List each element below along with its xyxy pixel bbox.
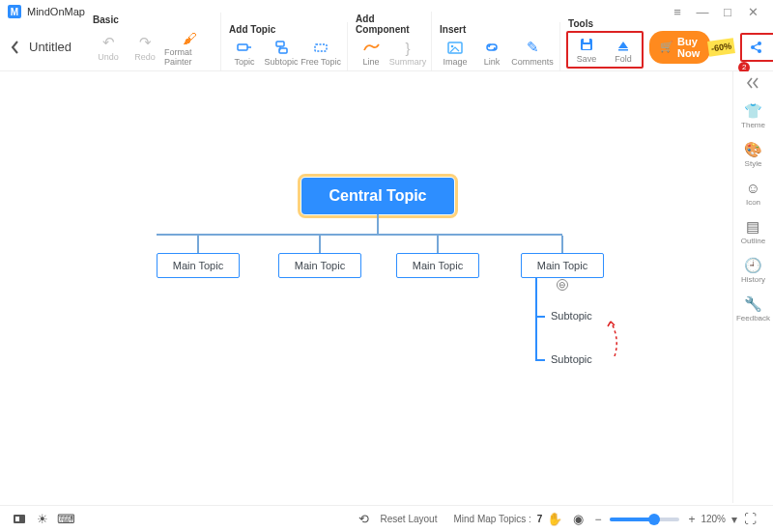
- brightness-button[interactable]: ☀: [33, 511, 52, 528]
- save-icon: [580, 36, 593, 53]
- minimize-button[interactable]: —: [690, 2, 715, 21]
- connector: [197, 236, 199, 253]
- presentation-button[interactable]: [10, 511, 29, 528]
- connector: [319, 236, 321, 253]
- app-name: MindOnMap: [27, 6, 85, 17]
- svg-rect-8: [583, 44, 590, 49]
- zoom-value: 120%: [701, 514, 726, 524]
- subtopic-button[interactable]: Subtopic: [264, 37, 299, 69]
- format-painter-button[interactable]: 🖌 Format Painter: [164, 27, 215, 69]
- free-topic-button[interactable]: Free Topic: [301, 37, 341, 69]
- sidebar-history[interactable]: 🕘 History: [741, 257, 765, 284]
- redo-icon: ↷: [139, 34, 152, 51]
- connector: [535, 316, 545, 318]
- central-topic-node[interactable]: Central Topic: [301, 178, 454, 214]
- svg-point-5: [451, 45, 454, 48]
- redo-button: ↷ Redo: [128, 32, 162, 64]
- link-icon: [484, 39, 500, 56]
- right-sidebar: 👕 Theme 🎨 Style ☺ Icon ▤ Outline 🕘 Histo…: [732, 71, 773, 503]
- discount-badge: -60%: [707, 38, 735, 57]
- connector: [437, 236, 439, 253]
- topic-icon: [237, 39, 252, 56]
- connector: [377, 214, 379, 234]
- zoom-slider[interactable]: [610, 518, 679, 521]
- zoom-knob[interactable]: [648, 514, 660, 525]
- undo-button: ↶ Undo: [91, 32, 126, 64]
- zoom-dropdown[interactable]: ▾: [729, 513, 740, 526]
- theme-icon: 👕: [744, 102, 762, 120]
- share-icon: [749, 41, 762, 54]
- zoom-out-button[interactable]: −: [591, 513, 604, 526]
- sidebar-style[interactable]: 🎨 Style: [744, 141, 762, 168]
- connector: [561, 236, 563, 253]
- connector: [535, 278, 537, 361]
- menu-icon[interactable]: ≡: [665, 2, 690, 21]
- history-icon: 🕘: [744, 257, 762, 274]
- save-button[interactable]: Save: [569, 34, 604, 66]
- group-tools-label: Tools: [566, 18, 644, 29]
- subtopic-icon: [273, 39, 289, 56]
- fold-icon: [616, 36, 630, 53]
- subtopic-node[interactable]: Subtopic: [551, 353, 592, 365]
- svg-rect-0: [238, 44, 247, 50]
- comments-button[interactable]: ✎ Comments: [511, 37, 554, 69]
- zoom-in-button[interactable]: +: [685, 513, 698, 526]
- svg-rect-15: [15, 517, 19, 521]
- annotation-arrow: [603, 318, 620, 356]
- topic-button[interactable]: Topic: [227, 37, 262, 69]
- style-icon: 🎨: [744, 141, 762, 158]
- connector: [535, 359, 545, 361]
- status-bar: ☀ ⌨ ⟲ Reset Layout Mind Map Topics : 7 ✋…: [0, 505, 773, 532]
- image-button[interactable]: Image: [438, 37, 472, 69]
- outline-icon: ▤: [746, 218, 759, 236]
- pan-button[interactable]: ✋: [545, 511, 564, 528]
- back-button[interactable]: [10, 40, 21, 55]
- line-button[interactable]: Line: [354, 37, 388, 69]
- buy-now-button[interactable]: 🛒 Buy Now: [649, 31, 710, 64]
- svg-rect-7: [584, 39, 589, 42]
- line-icon: [362, 39, 380, 56]
- topics-label: Mind Map Topics :: [453, 514, 530, 524]
- sidebar-icon[interactable]: ☺ Icon: [746, 180, 760, 207]
- reset-layout-button[interactable]: ⟲: [354, 511, 373, 528]
- maximize-button[interactable]: □: [715, 2, 740, 21]
- comments-icon: ✎: [527, 39, 539, 56]
- fullscreen-button[interactable]: ⛶: [740, 511, 759, 528]
- fold-button[interactable]: Fold: [606, 34, 641, 66]
- cart-icon: 🛒: [660, 41, 673, 53]
- reset-layout-label[interactable]: Reset Layout: [380, 514, 437, 524]
- free-topic-icon: [313, 39, 329, 56]
- sidebar-outline[interactable]: ▤ Outline: [741, 218, 765, 245]
- share-button[interactable]: [746, 38, 765, 57]
- sidebar-theme[interactable]: 👕 Theme: [741, 102, 765, 129]
- summary-icon: }: [406, 39, 411, 56]
- collapse-toggle[interactable]: ⊖: [557, 279, 568, 291]
- icon-icon: ☺: [746, 180, 760, 197]
- save-fold-highlight: Save Fold: [566, 31, 644, 69]
- mindmap-canvas[interactable]: Central Topic Main Topic Main Topic Main…: [0, 71, 732, 503]
- svg-rect-9: [618, 49, 628, 51]
- keyboard-button[interactable]: ⌨: [56, 511, 75, 528]
- feedback-icon: 🔧: [744, 295, 762, 313]
- sidebar-feedback[interactable]: 🔧 Feedback: [736, 295, 770, 322]
- share-export-highlight: 2: [740, 33, 773, 62]
- close-button[interactable]: ✕: [740, 2, 765, 21]
- subtopic-node[interactable]: Subtopic: [551, 310, 592, 322]
- connector: [157, 234, 562, 236]
- center-button[interactable]: ◉: [568, 511, 587, 528]
- link-button[interactable]: Link: [474, 37, 509, 69]
- svg-rect-1: [276, 42, 284, 46]
- sidebar-collapse-button[interactable]: [746, 77, 761, 89]
- main-topic-node[interactable]: Main Topic: [157, 253, 240, 278]
- topics-count: 7: [537, 514, 543, 524]
- buy-now-label: Buy Now: [677, 36, 700, 59]
- undo-icon: ↶: [102, 34, 115, 51]
- group-basic-label: Basic: [91, 14, 215, 25]
- main-topic-node[interactable]: Main Topic: [278, 253, 361, 278]
- app-logo: M: [8, 5, 21, 18]
- main-topic-node[interactable]: Main Topic: [521, 253, 604, 278]
- svg-rect-3: [315, 44, 327, 51]
- main-topic-node[interactable]: Main Topic: [396, 253, 479, 278]
- document-title[interactable]: Untitled: [29, 40, 72, 54]
- zoom-fill: [610, 518, 652, 521]
